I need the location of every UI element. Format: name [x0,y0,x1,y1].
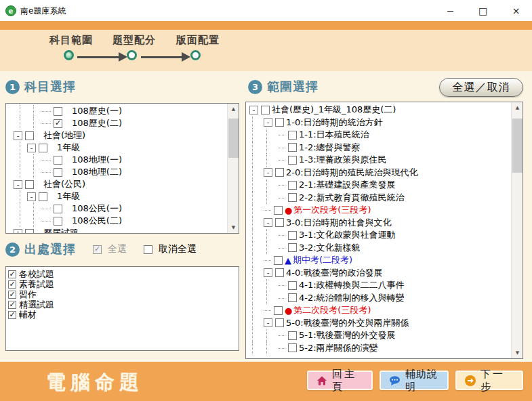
close-button[interactable]: × [501,0,531,21]
tree-node-label[interactable]: 108歷史(二) [72,117,122,129]
tree-node-label[interactable]: 1-2:總督與警察 [299,142,361,154]
tree-checkbox[interactable] [39,144,47,152]
tree-checkbox[interactable] [288,193,297,202]
step-dot-2-icon[interactable] [127,50,137,60]
tree-node-label[interactable]: 108公民(二) [72,215,122,227]
tree-node-label[interactable]: 社會(地理) [43,129,85,142]
tree-node-label[interactable]: 5-2:兩岸關係的演變 [299,342,378,354]
tree-node-label[interactable]: 歷屆試題 [43,227,79,234]
tree-checkbox[interactable] [275,218,284,227]
tree-expander[interactable]: - [27,192,36,201]
scroll-up-icon[interactable]: ▲ [512,102,523,113]
tree-checkbox[interactable] [25,180,34,189]
tree-expander[interactable]: - [264,268,272,277]
tree-checkbox[interactable] [261,106,270,114]
tree-checkbox[interactable] [39,192,47,201]
tree-checkbox[interactable] [54,156,62,165]
scroll-down-icon[interactable]: ▼ [512,347,523,358]
tree-checkbox[interactable] [274,206,283,215]
subject-scrollbar[interactable]: ▲ ▼ [227,104,239,233]
tree-checkbox[interactable] [288,293,297,302]
tree-checkbox[interactable] [54,205,62,213]
tree-checkbox[interactable] [275,118,284,127]
tree-checkbox[interactable] [275,168,284,177]
tree-expander[interactable]: - [27,144,36,152]
tree-expander[interactable]: - [264,218,272,227]
tree-checkbox[interactable] [54,168,62,177]
tree-checkbox[interactable] [288,343,297,352]
home-button[interactable]: 回主頁 [307,371,373,390]
tree-checkbox[interactable] [54,217,62,226]
tree-node-label[interactable]: 4-0:戰後臺灣的政治發展 [286,267,383,279]
tree-checkbox[interactable] [54,107,62,116]
tree-node-label[interactable]: 社會(歷史)_1年級_108歷史(二) [272,104,396,116]
select-toggle-button[interactable]: 全選／取消 [439,78,523,97]
tree-node-label[interactable]: 4-2:統治體制的移入與轉變 [299,292,405,304]
tree-node-label[interactable]: 3-2:文化新樣貌 [299,242,361,254]
tree-node-label[interactable]: 第二次段考(三段考) [293,304,371,316]
tree-checkbox[interactable] [275,318,284,327]
tree-checkbox[interactable] [288,143,297,152]
range-scrollbar[interactable]: ▲ ▼ [511,102,523,358]
tree-node-label[interactable]: 1-3:理蕃政策與原住民 [299,154,387,166]
tree-expander[interactable]: - [14,180,22,189]
tree-checkbox[interactable] [288,243,297,252]
source-checkbox[interactable] [8,291,16,299]
tree-node-label[interactable]: 1-1:日本殖民統治 [299,129,369,141]
select-all-checkbox[interactable] [93,245,102,254]
tree-node-label[interactable]: 108地理(一) [72,154,122,166]
maximize-button[interactable]: □ [468,0,498,21]
tree-expander[interactable]: - [264,168,272,177]
scroll-thumb[interactable] [512,119,523,173]
tree-checkbox[interactable] [25,229,34,234]
tree-node-label[interactable]: 1年級 [57,142,80,154]
tree-checkbox[interactable] [274,256,283,265]
tree-node-label[interactable]: 2-0:日治時期的殖民統治與現代化 [286,167,418,179]
tree-checkbox[interactable] [288,156,297,165]
tree-node-label[interactable]: 2-2:新式教育貫徹殖民統治 [299,192,405,204]
tree-checkbox[interactable] [25,131,34,140]
tree-node-label[interactable]: 4-1:政權轉換與二二八事件 [299,279,405,291]
tree-expander[interactable]: - [264,318,272,327]
source-checkbox[interactable] [8,301,16,309]
scroll-thumb[interactable] [228,119,239,158]
tree-node-label[interactable]: 期中考(二段考) [293,254,352,266]
tree-guide-line [264,242,278,255]
tree-node-label[interactable]: 1年級 [57,190,80,203]
tree-node-label[interactable]: 108公民(一) [72,203,122,215]
tree-checkbox[interactable] [288,331,297,340]
tree-expander[interactable]: - [14,131,22,140]
tree-checkbox[interactable] [274,306,283,315]
tree-node-label[interactable]: 108歷史(一) [72,105,122,117]
step-dot-1-icon[interactable] [64,50,74,60]
help-button[interactable]: 輔助說明 [380,371,449,390]
tree-node-label[interactable]: 第一次段考(三段考) [293,204,371,216]
minimize-button[interactable]: − [435,0,466,21]
source-item-label[interactable]: 輔材 [19,309,37,321]
source-checkbox[interactable] [8,311,16,319]
tree-node-label[interactable]: 社會(公民) [43,178,85,190]
tree-node-label[interactable]: 3-1:文化啟蒙與社會運動 [299,229,396,241]
tree-node-label[interactable]: 108地理(二) [72,166,122,178]
tree-checkbox[interactable] [288,131,297,140]
tree-checkbox[interactable] [288,181,297,190]
tree-checkbox[interactable] [275,268,284,277]
scroll-up-icon[interactable]: ▲ [228,104,239,114]
step-dot-3-icon[interactable] [190,50,201,60]
tree-expander[interactable]: - [249,106,258,114]
tree-checkbox[interactable] [288,281,297,290]
source-checkbox[interactable] [8,280,16,289]
tree-node-label[interactable]: 1-0:日治時期的統治方針 [286,117,383,129]
scroll-down-icon[interactable]: ▼ [228,222,239,233]
tree-node-label[interactable]: 2-1:基礎建設與產業發展 [299,179,396,191]
tree-checkbox[interactable] [288,231,297,240]
tree-expander[interactable]: + [14,229,22,234]
tree-node-label[interactable]: 5-1:戰後臺灣的外交發展 [299,329,396,341]
next-step-button[interactable]: 下一步 [455,371,523,390]
tree-node-label[interactable]: 5-0:戰後臺灣的外交與兩岸關係 [286,317,409,329]
tree-expander[interactable]: - [264,118,272,127]
deselect-all-checkbox[interactable] [144,245,152,254]
tree-node-label[interactable]: 3-0:日治時期的社會與文化 [286,217,392,229]
tree-checkbox[interactable] [54,119,62,128]
source-checkbox[interactable] [8,270,16,278]
